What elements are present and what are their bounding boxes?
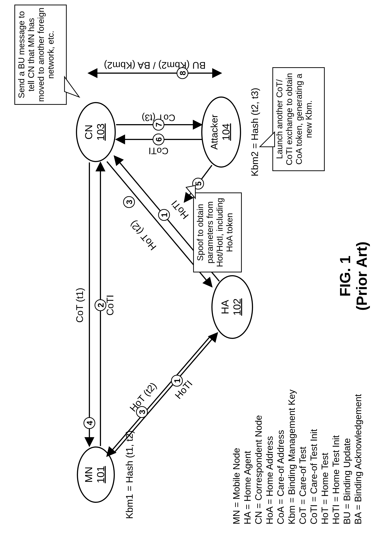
callout-launch: Launch another CoT/ CoTI exchange to obt… bbox=[260, 68, 324, 171]
label-bu-ba: BU (Kbm2) / BA (Kbm2) bbox=[104, 60, 206, 71]
step-3a: 3 bbox=[138, 410, 147, 414]
legend-11: BA = Binding Acknowledgement bbox=[353, 394, 363, 524]
legend-5: Kbm = Binding Management Key bbox=[287, 390, 297, 524]
callout-bu: Send a BU message to tell CN that MN has… bbox=[15, 5, 79, 104]
legend-2: CN = Correspondent Node bbox=[253, 415, 264, 524]
legend-0: MN = Mobile Node bbox=[231, 448, 242, 524]
eq-kbm2: Kbm2 = Hash (t2, t3) bbox=[249, 88, 260, 176]
legend-1: HA = Home Agent bbox=[242, 451, 253, 524]
node-attacker-id: 104 bbox=[220, 123, 232, 140]
node-cn-label: CN bbox=[83, 125, 94, 140]
legend: MN = Mobile Node HA = Home Agent CN = Co… bbox=[231, 390, 363, 524]
figure-subtitle: (Prior Art) bbox=[353, 242, 370, 311]
legend-4: CoA = Care-of Address bbox=[275, 430, 286, 524]
edge-ha-mn-hot bbox=[107, 337, 210, 456]
callout-bu-text: Send a BU message to tell CN that MN has… bbox=[17, 7, 56, 103]
callout-launch-text: Launch another CoT/ CoTI exchange to obt… bbox=[275, 69, 314, 169]
step-3b: 3 bbox=[125, 200, 134, 204]
step-1b: 1 bbox=[160, 213, 169, 217]
legend-8: HoT = Home Test bbox=[320, 453, 330, 524]
eq-kbm1: Kbm1 = Hash (t1, t2) bbox=[124, 430, 135, 519]
diagram-svg: MN 101 HA 102 CN 103 Attacker 104 HoTI H… bbox=[0, 0, 392, 552]
legend-9: HoTI = Home Test Init bbox=[331, 435, 341, 524]
figure-title: FIG. 1 bbox=[337, 256, 353, 297]
label-ha-cn-hoti: HoTI bbox=[169, 198, 191, 221]
label-cn-mn-cot: CoT (t1) bbox=[74, 288, 85, 323]
legend-7: CoTI = Care-of Test Init bbox=[309, 429, 319, 524]
step-2: 2 bbox=[96, 303, 105, 307]
label-cn-ha-hot: HoT (t2) bbox=[128, 219, 158, 252]
step-6: 6 bbox=[154, 137, 163, 142]
callout-spoof-text: Spoof to obtain parameters from Hot/HotI… bbox=[195, 195, 234, 270]
node-mn-label: MN bbox=[83, 467, 94, 483]
step-8: 8 bbox=[178, 71, 187, 75]
callout-spoof: Spoof to obtain parameters from Hot/HotI… bbox=[186, 186, 241, 272]
page: MN 101 HA 102 CN 103 Attacker 104 HoTI H… bbox=[0, 0, 392, 552]
node-mn-id: 101 bbox=[95, 466, 106, 483]
svg-marker-3 bbox=[260, 132, 275, 147]
step-7: 7 bbox=[154, 123, 163, 127]
node-cn-id: 103 bbox=[95, 123, 106, 140]
legend-10: BU = Binding Update bbox=[342, 438, 352, 524]
step-4: 4 bbox=[85, 421, 94, 425]
legend-3: HoA = Home Address bbox=[265, 436, 275, 524]
node-ha-label: HA bbox=[219, 300, 231, 314]
legend-6: CoT = Care-of Test bbox=[298, 447, 308, 524]
step-1a: 1 bbox=[173, 379, 182, 383]
node-attacker-label: Attacker bbox=[209, 115, 219, 150]
node-ha-id: 102 bbox=[231, 298, 243, 316]
svg-marker-1 bbox=[186, 186, 195, 198]
label-attacker-cn-coti: CoTI bbox=[148, 146, 168, 156]
